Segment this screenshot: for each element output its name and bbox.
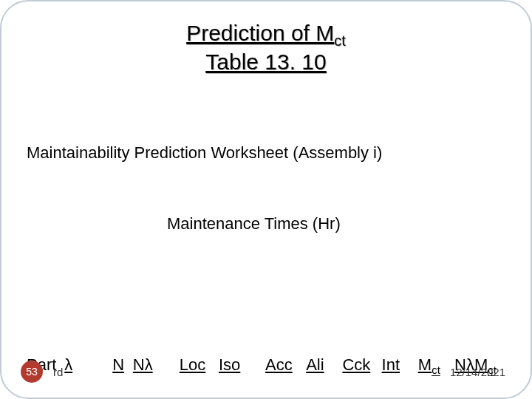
title-line2: Table 13. 10 xyxy=(205,50,326,74)
data-table: Part λ N Nλ Loc Iso Acc Ali Cck Int Mct … xyxy=(27,307,505,399)
slide-title: Prediction of Mct Table 13. 10 xyxy=(27,21,505,75)
slide-frame: Prediction of Mct Table 13. 10 Maintaina… xyxy=(0,0,532,399)
page-number-badge: 53 xyxy=(21,361,43,383)
heading2: Maintenance Times (Hr) xyxy=(27,212,505,236)
heading1: Maintainability Prediction Worksheet (As… xyxy=(27,141,505,165)
body: Maintainability Prediction Worksheet (As… xyxy=(27,95,505,400)
slide-date: 12/14/2021 xyxy=(450,366,505,378)
footer: 53 rd 12/14/2021 xyxy=(1,361,531,383)
author-initials: rd xyxy=(53,366,63,378)
title-line1-sub: ct xyxy=(334,33,346,49)
title-line1-a: Prediction of M xyxy=(186,21,334,45)
